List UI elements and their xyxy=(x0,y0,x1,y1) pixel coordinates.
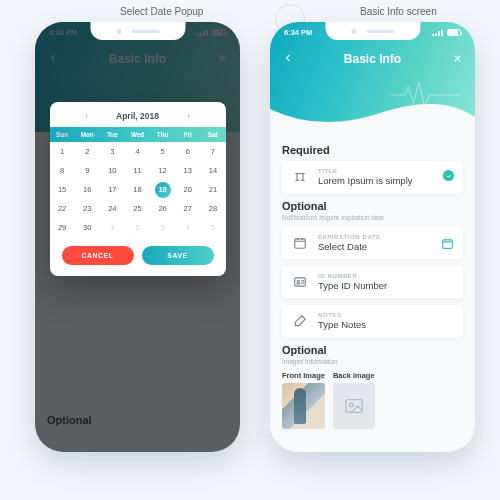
calendar-grid: 1234567891011121314151617181920212223242… xyxy=(50,142,226,237)
id-icon xyxy=(291,273,309,291)
calendar-day[interactable]: 4 xyxy=(125,142,150,161)
calendar-day[interactable]: 29 xyxy=(50,218,75,237)
calendar-day[interactable]: 17 xyxy=(100,180,125,199)
weekday-cell: Fri xyxy=(175,131,200,138)
front-image-label: Front Image xyxy=(282,371,325,380)
calendar-day[interactable]: 3 xyxy=(150,218,175,237)
card-notes-label: NOTES xyxy=(318,312,454,318)
calendar-day[interactable]: 11 xyxy=(125,161,150,180)
status-indicators xyxy=(432,28,461,37)
card-id-value: Type ID Number xyxy=(318,280,454,291)
close-icon[interactable] xyxy=(452,52,463,67)
page-title: Basic Info xyxy=(344,52,401,66)
prev-month-icon[interactable]: ‹ xyxy=(85,111,88,121)
popup-actions: CANCEL SAVE xyxy=(50,237,226,276)
front-image[interactable] xyxy=(282,383,325,429)
card-title-label: TITLE xyxy=(318,168,454,174)
check-badge xyxy=(443,170,454,181)
title-bar: Basic Info xyxy=(270,52,475,66)
calendar-day-selected[interactable]: 19 xyxy=(150,180,175,199)
calendar-day[interactable]: 24 xyxy=(100,199,125,218)
calendar-day[interactable]: 9 xyxy=(75,161,100,180)
calendar-day[interactable]: 15 xyxy=(50,180,75,199)
calendar-day[interactable]: 25 xyxy=(125,199,150,218)
calendar-day[interactable]: 20 xyxy=(175,180,200,199)
phone-date-popup: 6:34 PM Basic Info Optional ‹ April, 201… xyxy=(35,22,240,452)
calendar-icon xyxy=(291,234,309,252)
calendar-day[interactable]: 30 xyxy=(75,218,100,237)
card-notes-value: Type Notes xyxy=(318,319,454,330)
calendar-day[interactable]: 6 xyxy=(175,142,200,161)
section-optional-2-sub: Images Information xyxy=(282,358,463,365)
phone-notch xyxy=(325,22,420,40)
card-exp-label: EXPIRATION DATE xyxy=(318,234,454,240)
svg-rect-1 xyxy=(443,240,453,249)
month-label: April, 2018 xyxy=(116,111,159,121)
calendar-day[interactable]: 22 xyxy=(50,199,75,218)
weekday-cell: Mon xyxy=(75,131,100,138)
card-exp-value: Select Date xyxy=(318,241,454,252)
card-title[interactable]: TITLE Lorem Ipsum is simply xyxy=(282,161,463,193)
svg-point-5 xyxy=(349,403,353,407)
date-picker-popup: ‹ April, 2018 › SunMonTueWedThuFriSat 12… xyxy=(50,102,226,276)
header-wave xyxy=(270,99,475,133)
card-notes[interactable]: NOTES Type Notes xyxy=(282,305,463,337)
calendar-day[interactable]: 26 xyxy=(150,199,175,218)
calendar-day[interactable]: 1 xyxy=(100,218,125,237)
calendar-day[interactable]: 3 xyxy=(100,142,125,161)
weekday-cell: Tue xyxy=(100,131,125,138)
calendar-day[interactable]: 18 xyxy=(125,180,150,199)
calendar-day[interactable]: 12 xyxy=(150,161,175,180)
section-optional-1-sub: Notifications require expiration date xyxy=(282,214,463,221)
calendar-day[interactable]: 5 xyxy=(150,142,175,161)
calendar-day[interactable]: 21 xyxy=(200,180,225,199)
calendar-day[interactable]: 2 xyxy=(125,218,150,237)
calendar-day[interactable]: 2 xyxy=(75,142,100,161)
calendar-day[interactable]: 5 xyxy=(200,218,225,237)
calendar-day[interactable]: 14 xyxy=(200,161,225,180)
annotation-right: Basic Info screen xyxy=(360,6,437,17)
phone-basic-info: 6:34 PM Basic Info Required TITLE Lorem xyxy=(270,22,475,452)
calendar-day[interactable]: 8 xyxy=(50,161,75,180)
calendar-action-icon[interactable] xyxy=(441,236,454,254)
weekday-cell: Wed xyxy=(125,131,150,138)
next-month-icon[interactable]: › xyxy=(187,111,190,121)
month-navigation: ‹ April, 2018 › xyxy=(50,102,226,127)
card-id-number[interactable]: ID NUMBER Type ID Number xyxy=(282,266,463,298)
svg-rect-0 xyxy=(295,239,306,248)
svg-point-3 xyxy=(297,280,299,282)
calendar-day[interactable]: 4 xyxy=(175,218,200,237)
svg-rect-2 xyxy=(295,278,306,286)
notes-icon xyxy=(291,312,309,330)
phone-notch xyxy=(90,22,185,40)
calendar-day[interactable]: 13 xyxy=(175,161,200,180)
card-title-value: Lorem Ipsum is simply xyxy=(318,175,454,186)
text-icon xyxy=(291,168,309,186)
calendar-day[interactable]: 1 xyxy=(50,142,75,161)
weekday-cell: Sun xyxy=(50,131,75,138)
section-required: Required xyxy=(282,144,463,156)
card-expiration-date[interactable]: EXPIRATION DATE Select Date xyxy=(282,227,463,259)
signal-icon xyxy=(432,29,443,36)
annotation-left: Select Date Popup xyxy=(120,6,203,17)
calendar-day[interactable]: 10 xyxy=(100,161,125,180)
calendar-day[interactable]: 28 xyxy=(200,199,225,218)
weekday-cell: Thu xyxy=(150,131,175,138)
calendar-day[interactable]: 16 xyxy=(75,180,100,199)
back-image-label: Back Image xyxy=(333,371,375,380)
weekday-cell: Sat xyxy=(200,131,225,138)
back-icon[interactable] xyxy=(282,52,294,67)
cancel-button[interactable]: CANCEL xyxy=(62,246,134,265)
calendar-day[interactable]: 27 xyxy=(175,199,200,218)
section-optional-2: Optional xyxy=(282,344,463,356)
image-row: Front Image Back Image xyxy=(282,371,463,429)
back-image-placeholder[interactable] xyxy=(333,383,375,429)
calendar-day[interactable]: 7 xyxy=(200,142,225,161)
screen-content: Required TITLE Lorem Ipsum is simply Opt… xyxy=(270,132,475,452)
battery-icon xyxy=(447,29,461,36)
save-button[interactable]: SAVE xyxy=(142,246,214,265)
card-id-label: ID NUMBER xyxy=(318,273,454,279)
calendar-day[interactable]: 23 xyxy=(75,199,100,218)
weekday-header: SunMonTueWedThuFriSat xyxy=(50,127,226,142)
section-optional-1: Optional xyxy=(282,200,463,212)
